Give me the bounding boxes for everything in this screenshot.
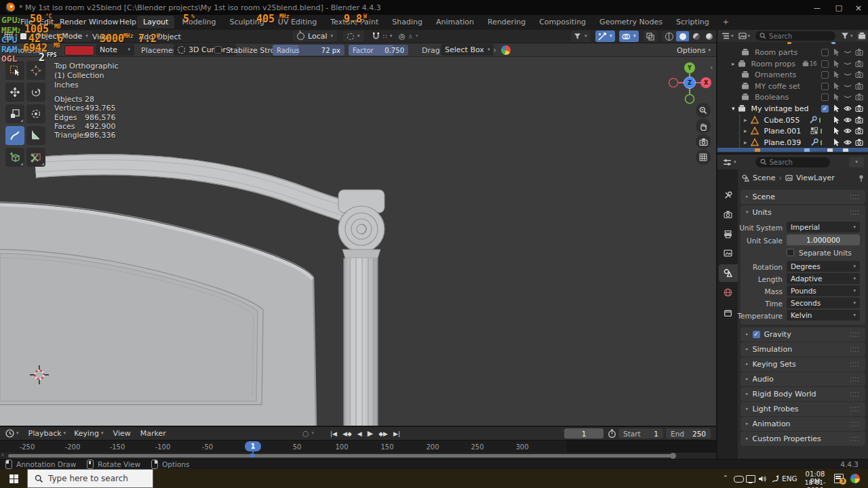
- menu-view[interactable]: View: [113, 429, 131, 438]
- exclude-checkbox[interactable]: ✓: [821, 105, 829, 113]
- shading-wireframe-button[interactable]: [663, 33, 675, 41]
- pin-icon[interactable]: [857, 174, 865, 182]
- autokey-toggle[interactable]: ○ ▾: [302, 429, 314, 438]
- menu-marker[interactable]: Marker: [140, 429, 166, 438]
- menu-file[interactable]: File: [20, 18, 33, 26]
- properties-options-button[interactable]: ▾: [849, 157, 864, 167]
- expand-icon[interactable]: ▸: [744, 117, 747, 123]
- menu-view[interactable]: View: [92, 33, 110, 41]
- tab-scene[interactable]: [724, 268, 732, 277]
- render-camera-icon[interactable]: [855, 104, 863, 113]
- selectable-icon[interactable]: [832, 116, 840, 124]
- render-camera-icon[interactable]: [855, 82, 863, 90]
- tray-onedrive-icon[interactable]: [734, 476, 744, 483]
- tab-geometry-nodes[interactable]: Geometry Nodes: [593, 16, 669, 28]
- jump-start-button[interactable]: |◀: [330, 430, 337, 437]
- drag-handle[interactable]: ::::: [850, 434, 860, 444]
- outliner-search[interactable]: Search: [755, 31, 835, 41]
- selectable-icon[interactable]: [832, 70, 840, 79]
- exclude-checkbox[interactable]: [821, 60, 829, 68]
- render-camera-icon[interactable]: [855, 93, 863, 101]
- minimize-button[interactable]: —: [807, 0, 827, 15]
- collection-row[interactable]: Ornaments: [717, 69, 867, 80]
- shading-solid-button[interactable]: [676, 31, 689, 41]
- panel-rigid-body-world[interactable]: ▸ Rigid Body World ::::: [741, 387, 865, 401]
- magnet-icon[interactable]: [372, 32, 380, 41]
- separate-units-checkbox[interactable]: [787, 249, 794, 256]
- tool-color-ball-icon[interactable]: [501, 45, 511, 55]
- unit-system-dropdown[interactable]: Imperial▾: [787, 222, 860, 232]
- snap-controls[interactable]: ∷ ▾: [372, 32, 392, 41]
- breadcrumb-scene[interactable]: Scene: [753, 174, 776, 182]
- ortho-toggle-button[interactable]: [696, 150, 711, 165]
- collection-row-active[interactable]: ▾ My vintage bed ✓: [717, 103, 867, 114]
- eye-closed-icon[interactable]: [844, 82, 852, 90]
- drag-mode-dropdown[interactable]: Select Box ▾: [441, 44, 494, 56]
- selectable-icon[interactable]: [832, 48, 840, 56]
- stabilize-stroke-checkbox[interactable]: [214, 46, 222, 54]
- tab-rendering[interactable]: Rendering: [481, 16, 532, 28]
- drag-handle[interactable]: ::::: [850, 375, 860, 384]
- menu-object[interactable]: Object: [157, 33, 181, 41]
- tab-tool[interactable]: [724, 191, 732, 200]
- tool-select-box[interactable]: [5, 61, 24, 80]
- menu-render[interactable]: Render: [60, 18, 86, 26]
- breadcrumb-viewlayer[interactable]: ViewLayer: [796, 174, 835, 182]
- tab-render[interactable]: [724, 210, 732, 219]
- rotation-dropdown[interactable]: Degrees▾: [787, 261, 860, 272]
- eye-closed-icon[interactable]: [844, 48, 852, 56]
- tab-texture-paint[interactable]: Texture Paint: [324, 16, 384, 28]
- render-camera-icon[interactable]: [855, 60, 863, 68]
- tray-usb-icon[interactable]: [771, 474, 780, 483]
- tab-layout[interactable]: Layout: [137, 16, 174, 28]
- collection-row[interactable]: MY coffe set: [717, 81, 867, 92]
- play-button[interactable]: ▶: [368, 429, 373, 438]
- selected-row-partial[interactable]: [717, 148, 868, 152]
- annotation-color-swatch[interactable]: [64, 45, 94, 56]
- drag-handle[interactable]: ::::: [850, 360, 860, 369]
- object-row[interactable]: ▸ Plane.039: [717, 137, 867, 148]
- jump-end-button[interactable]: ▶|: [393, 430, 400, 437]
- panel-simulation[interactable]: ▸ Simulation ::::: [741, 342, 865, 357]
- tray-volume-icon[interactable]: [758, 474, 767, 483]
- selectable-icon[interactable]: [832, 82, 840, 90]
- shading-rendered-button[interactable]: [703, 33, 715, 40]
- radius-slider[interactable]: Radius 72 px: [273, 45, 344, 56]
- play-reverse-button[interactable]: ◀: [357, 430, 362, 437]
- menu-keying[interactable]: Keying: [74, 429, 99, 438]
- menu-window[interactable]: Window: [89, 18, 118, 26]
- tab-shading[interactable]: Shading: [386, 16, 429, 28]
- tool-add-cube[interactable]: [5, 148, 24, 167]
- factor-slider[interactable]: Factor 0.750: [349, 45, 408, 56]
- filter-image-icon[interactable]: [738, 32, 747, 40]
- start-button[interactable]: [0, 469, 27, 488]
- eye-closed-icon[interactable]: [844, 70, 852, 79]
- eye-open-icon[interactable]: [844, 104, 852, 113]
- show-gizmo-toggle[interactable]: ▾: [595, 30, 615, 42]
- expand-icon[interactable]: ▸: [746, 195, 749, 199]
- expand-icon[interactable]: ▸: [746, 392, 749, 396]
- drag-handle[interactable]: ::::: [850, 208, 860, 218]
- tool-move[interactable]: [5, 83, 24, 102]
- xray-toggle[interactable]: [644, 30, 657, 42]
- gizmo-axis-negy[interactable]: [686, 95, 694, 104]
- object-label[interactable]: Cube.055: [764, 116, 800, 125]
- tool-cursor[interactable]: [26, 61, 45, 80]
- taskbar-search[interactable]: Type here to search: [27, 469, 153, 488]
- gizmo-axis-negx[interactable]: [669, 79, 678, 87]
- tab-sculpting[interactable]: Sculpting: [223, 16, 270, 28]
- panel-animation[interactable]: ▸ Animation ::::: [741, 417, 865, 431]
- snap-to-label[interactable]: ∷: [383, 33, 387, 40]
- stopwatch-icon[interactable]: [608, 429, 616, 438]
- pivot-point-dropdown[interactable]: ▾: [343, 30, 364, 42]
- selectable-icon[interactable]: [832, 60, 840, 68]
- shading-material-button[interactable]: [690, 33, 702, 40]
- render-camera-icon[interactable]: [855, 116, 863, 124]
- object-label[interactable]: Plane.039: [764, 138, 802, 147]
- expand-icon[interactable]: ▸: [746, 362, 749, 367]
- tray-language[interactable]: ENG: [782, 474, 797, 483]
- expand-icon[interactable]: ▸: [744, 140, 747, 146]
- expand-icon[interactable]: ▸: [746, 377, 749, 382]
- render-camera-icon[interactable]: [855, 48, 863, 56]
- options-dropdown[interactable]: Options ▾: [677, 46, 711, 55]
